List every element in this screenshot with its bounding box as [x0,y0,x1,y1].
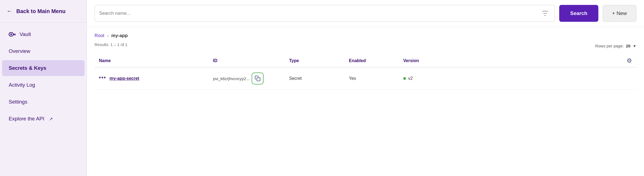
sidebar-navigation: Vault Overview Secrets & Keys Activity L… [0,23,87,131]
search-wrapper [95,5,555,22]
sidebar-vault-label: Vault [20,31,31,37]
secret-dots-icon: *** [99,76,106,81]
col-header-id: ID [213,58,289,63]
sidebar: ← Back to Main Menu Vault Overview Secre… [0,0,87,176]
cell-version: v2 [403,76,619,81]
search-button[interactable]: Search [559,5,598,22]
key-icon [9,32,16,37]
cell-type: Secret [289,76,349,81]
sidebar-activity-label: Activity Log [9,82,35,88]
sidebar-item-activity-log[interactable]: Activity Log [2,77,85,93]
table-row: *** my-app-secret pvi_k6zrjhvcncyy2... S… [95,68,636,90]
sidebar-explore-label: Explore the API [9,116,44,122]
col-header-name: Name [99,58,213,63]
back-label: Back to Main Menu [16,8,65,14]
col-header-version: Version [403,58,619,63]
col-header-type: Type [289,58,349,63]
table-header: Name ID Type Enabled Version ⚙ [95,54,636,68]
cell-id: pvi_k6zrjhvcncyy2... [213,72,289,84]
main-content: Search + New Root › my-app Results: 1 – … [87,0,644,176]
back-arrow-icon: ← [7,8,12,15]
svg-rect-5 [257,78,260,81]
sidebar-settings-label: Settings [9,99,27,105]
sidebar-item-settings[interactable]: Settings [2,94,85,110]
svg-rect-4 [14,35,14,35]
external-link-icon: ↗ [49,116,53,122]
breadcrumb-root[interactable]: Root [95,33,104,38]
rows-per-page-label: Rows per page: [595,44,624,48]
sidebar-item-vault[interactable]: Vault [2,26,85,42]
breadcrumb-separator: › [107,33,109,38]
version-text: v2 [408,76,413,81]
svg-rect-2 [13,34,16,35]
filter-icon-button[interactable] [540,10,550,17]
breadcrumb-current: my-app [111,33,128,38]
secret-name-link[interactable]: my-app-secret [110,76,139,81]
back-to-main-menu[interactable]: ← Back to Main Menu [0,0,87,23]
results-info: Results: 1 – 1 of 1 [95,42,127,47]
breadcrumb: Root › my-app [95,33,636,38]
sidebar-item-secrets-keys[interactable]: Secrets & Keys [2,60,85,76]
content-area: Root › my-app Results: 1 – 1 of 1 Rows p… [87,27,644,176]
sidebar-overview-label: Overview [9,48,30,54]
topbar: Search + New [87,0,644,27]
new-button[interactable]: + New [603,5,636,22]
col-header-enabled: Enabled [349,58,403,63]
version-dot-icon [403,77,406,80]
secrets-table: Name ID Type Enabled Version ⚙ *** my-ap… [95,54,636,90]
cell-enabled: Yes [349,76,403,81]
cell-name: *** my-app-secret [99,76,213,81]
search-input[interactable] [99,11,540,16]
copy-id-button[interactable] [252,72,264,84]
col-header-settings: ⚙ [619,57,632,64]
sidebar-item-explore-api[interactable]: Explore the API ↗ [2,111,85,127]
rows-per-page-value: 20 [626,44,630,48]
secret-id-text: pvi_k6zrjhvcncyy2... [213,76,249,81]
table-settings-gear-icon[interactable]: ⚙ [627,57,632,64]
svg-point-1 [10,34,12,35]
rows-per-page: Rows per page: 20 ▼ [595,44,636,48]
sidebar-item-overview[interactable]: Overview [2,43,85,59]
sidebar-secrets-label: Secrets & Keys [9,65,46,71]
rows-per-page-chevron-icon[interactable]: ▼ [633,44,636,48]
svg-rect-3 [15,35,15,36]
